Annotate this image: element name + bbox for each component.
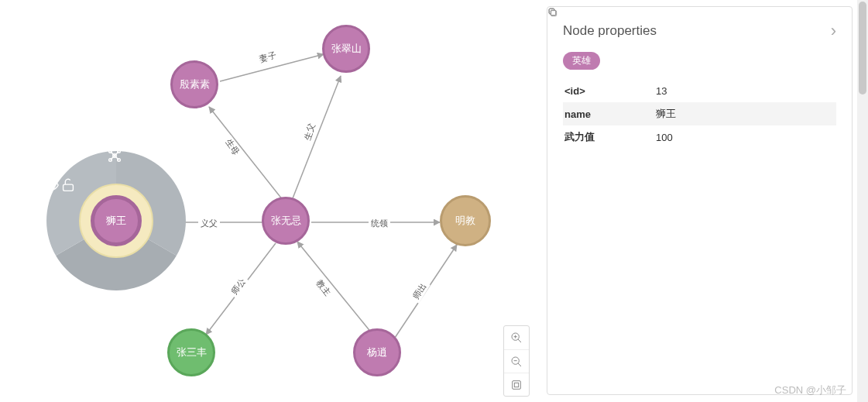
node-yinsusu[interactable]: 殷素素 — [170, 60, 218, 108]
node-label: 杨逍 — [367, 345, 387, 359]
properties-panel: Node properties › 英雄 <id>13 name狮王 武力值10… — [547, 6, 853, 395]
node-type-tag[interactable]: 英雄 — [563, 52, 600, 70]
zoom-in-button[interactable] — [504, 326, 529, 349]
node-mingjiao[interactable]: 明教 — [440, 195, 491, 246]
node-label: 殷素素 — [180, 77, 210, 91]
node-label: 张无忌 — [271, 214, 301, 228]
table-row: 武力值100 — [563, 125, 836, 149]
panel-title: Node properties — [563, 23, 657, 39]
svg-line-21 — [518, 339, 521, 342]
properties-table: <id>13 name狮王 武力值100 — [563, 79, 836, 149]
graph-canvas[interactable]: 妻子 生母 生父 义父 统领 师公 教主 师出 狮王 殷素素 张翠山 张无忌 明… — [0, 0, 542, 402]
node-label: 张三丰 — [177, 345, 207, 359]
edge-label: 义父 — [198, 218, 220, 229]
table-row: name狮王 — [563, 102, 836, 125]
zoom-controls — [503, 325, 530, 397]
node-zhangwuji[interactable]: 张无忌 — [262, 197, 310, 245]
edge-label: 统领 — [369, 218, 390, 229]
node-label: 张翠山 — [331, 42, 362, 56]
svg-line-1 — [209, 107, 283, 200]
node-label: 狮王 — [106, 214, 126, 228]
node-yangxiao[interactable]: 杨逍 — [353, 328, 401, 376]
zoom-fit-button[interactable] — [504, 373, 529, 396]
node-label: 明教 — [455, 214, 475, 228]
scrollbar-thumb[interactable] — [859, 2, 866, 94]
table-row: <id>13 — [563, 79, 836, 102]
svg-line-6 — [297, 242, 372, 333]
chevron-right-icon[interactable]: › — [831, 21, 836, 41]
svg-line-25 — [518, 363, 521, 366]
svg-rect-32 — [551, 10, 556, 15]
watermark: CSDN @小邹子 — [774, 383, 846, 397]
svg-rect-27 — [513, 380, 521, 389]
node-zhangsanfeng[interactable]: 张三丰 — [167, 328, 215, 376]
copy-icon[interactable] — [547, 7, 558, 17]
zoom-out-button[interactable] — [504, 349, 529, 373]
node-zhangcuishan[interactable]: 张翠山 — [322, 25, 370, 73]
node-shiwang[interactable]: 狮王 — [91, 195, 142, 246]
svg-line-2 — [293, 76, 341, 198]
scrollbar[interactable] — [857, 0, 868, 402]
svg-rect-28 — [514, 383, 518, 387]
